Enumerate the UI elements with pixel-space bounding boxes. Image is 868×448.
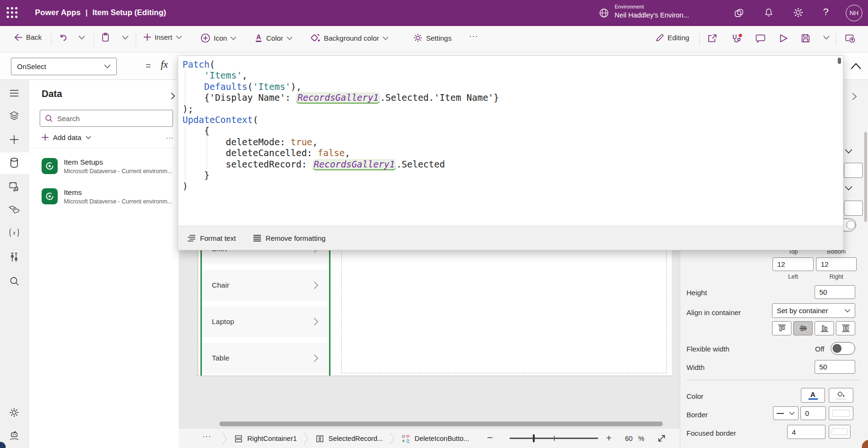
code-line[interactable]: selectedRecord: RecordsGallery1.Selected: [182, 159, 445, 170]
code-line[interactable]: 'Items',: [182, 70, 247, 81]
format-text-button[interactable]: Format text: [187, 234, 236, 242]
publish-button[interactable]: [844, 33, 856, 44]
save-menu-chevron[interactable]: [823, 35, 830, 40]
code-line[interactable]: }: [182, 170, 209, 181]
advanced-tools-icon[interactable]: [9, 252, 20, 263]
hidden-input[interactable]: [844, 201, 863, 216]
collapse-formula-bar-button[interactable]: [851, 63, 861, 70]
code-line[interactable]: deleteCancelled: false,: [182, 148, 350, 158]
app-name[interactable]: Power Apps: [35, 8, 81, 17]
datasource-row[interactable]: ItemsMicrosoft Dataverse - Current envir…: [29, 181, 179, 211]
align-in-container-dropdown[interactable]: Set by container: [772, 303, 855, 318]
media-icon[interactable]: [9, 181, 20, 192]
code-line[interactable]: Defaults('Items'),: [182, 81, 302, 92]
align-stretch-button[interactable]: [836, 321, 855, 335]
back-button[interactable]: Back: [14, 33, 42, 41]
power-automate-icon[interactable]: [9, 204, 20, 215]
flexible-width-toggle[interactable]: [831, 342, 855, 355]
search-icon[interactable]: [9, 275, 20, 287]
hidden-input[interactable]: [844, 163, 863, 178]
color-button[interactable]: A Color: [254, 33, 293, 43]
account-avatar[interactable]: NH: [846, 5, 862, 21]
insert-button[interactable]: Insert: [143, 33, 182, 41]
collapse-data-panel-button[interactable]: [171, 92, 175, 100]
paste-button[interactable]: [101, 33, 110, 42]
hidden-dropdown-chevron[interactable]: [845, 186, 852, 191]
gallery-item[interactable]: Laptop: [202, 306, 329, 337]
undo-button[interactable]: [59, 33, 68, 42]
border-color-button[interactable]: [829, 406, 853, 420]
settings-toolbar-button[interactable]: Settings: [413, 33, 451, 43]
share-button[interactable]: [707, 34, 717, 43]
horizontal-scrollbar[interactable]: [219, 422, 663, 426]
settings-gear-icon[interactable]: [9, 407, 20, 418]
editor-scrollbar[interactable]: [838, 58, 841, 64]
settings-button[interactable]: [793, 7, 804, 18]
code-line[interactable]: UpdateContext(: [182, 114, 258, 125]
breadcrumb-overflow-button[interactable]: ···: [202, 432, 211, 441]
formula-editor[interactable]: Patch( 'Items', Defaults('Items'), {'Dis…: [178, 55, 843, 250]
undo-menu-chevron[interactable]: [78, 35, 85, 40]
focused-border-color-swatch: [832, 428, 847, 436]
code-line[interactable]: );: [182, 104, 193, 114]
width-input[interactable]: [815, 360, 855, 374]
waffle-menu-button[interactable]: [7, 7, 17, 18]
breadcrumb-item[interactable]: DeleteIconButto...: [401, 434, 469, 443]
height-input[interactable]: [815, 285, 855, 299]
fill-color-button[interactable]: [829, 388, 853, 403]
gallery-item[interactable]: Table: [202, 343, 329, 374]
tree-view-icon[interactable]: [9, 88, 20, 99]
variables-icon[interactable]: x: [9, 227, 20, 238]
focused-border-width-input[interactable]: [787, 425, 825, 439]
data-search-box[interactable]: Search: [40, 110, 173, 127]
align-center-button[interactable]: [793, 321, 813, 335]
code-line[interactable]: {'Display Name': RecordsGallery1.Selecte…: [182, 92, 499, 103]
hidden-dropdown-chevron[interactable]: [845, 149, 852, 154]
zoom-slider-handle[interactable]: [533, 434, 535, 442]
padding-right-input[interactable]: [816, 257, 857, 271]
app-checker-button[interactable]: [731, 33, 743, 44]
align-top-button[interactable]: [772, 321, 791, 335]
help-button[interactable]: ?: [823, 6, 829, 18]
copilot-button[interactable]: [734, 8, 744, 18]
code-line[interactable]: Patch(: [182, 59, 215, 70]
code-line[interactable]: ): [182, 181, 188, 192]
background-color-button[interactable]: Background color: [310, 33, 389, 43]
paste-menu-chevron[interactable]: [122, 35, 129, 40]
icon-menu-button[interactable]: Icon: [200, 33, 236, 43]
breadcrumb-item[interactable]: RightContainer1: [234, 434, 297, 443]
editing-mode-button[interactable]: Editing: [655, 33, 689, 42]
breadcrumb-item[interactable]: SelectedRecord...: [315, 434, 383, 443]
virtual-agent-icon[interactable]: [9, 430, 20, 441]
border-width-input[interactable]: [800, 406, 826, 420]
records-gallery[interactable]: ShirtChairLaptopTable: [200, 233, 330, 376]
datasource-row[interactable]: Item SetupsMicrosoft Dataverse - Current…: [29, 151, 179, 181]
remove-formatting-button[interactable]: Remove formatting: [253, 234, 326, 242]
preview-button[interactable]: [779, 34, 788, 43]
property-selector[interactable]: OnSelect: [11, 58, 117, 75]
gallery-item[interactable]: Chair: [202, 270, 329, 301]
align-bottom-button[interactable]: [815, 321, 834, 335]
zoom-in-button[interactable]: +: [606, 433, 612, 444]
toolbar-overflow-button[interactable]: ···: [469, 32, 478, 41]
font-color-button[interactable]: A: [801, 388, 825, 403]
data-panel-overflow-button[interactable]: ...: [166, 132, 174, 141]
formula-code[interactable]: Patch( 'Items', Defaults('Items'), {'Dis…: [182, 59, 833, 221]
border-style-dropdown[interactable]: [773, 406, 799, 420]
panel-collapse-button[interactable]: [851, 92, 857, 101]
environment-switcher[interactable]: Environment Neil Haddley's Environ...: [615, 4, 689, 19]
panel-scrollbar[interactable]: [864, 132, 867, 222]
code-line[interactable]: {: [182, 125, 209, 136]
padding-left-input[interactable]: [773, 257, 814, 271]
screens-icon[interactable]: [9, 110, 20, 122]
comments-button[interactable]: [755, 34, 765, 43]
zoom-out-button[interactable]: −: [487, 432, 493, 443]
add-data-button[interactable]: Add data: [42, 133, 91, 141]
fit-to-window-button[interactable]: [657, 434, 666, 443]
focused-border-color-button[interactable]: [829, 425, 851, 439]
data-icon[interactable]: [9, 157, 20, 168]
notifications-button[interactable]: [764, 8, 774, 18]
save-button[interactable]: [801, 34, 810, 43]
code-line[interactable]: deleteMode: true,: [182, 137, 318, 148]
insert-plus-icon[interactable]: [9, 134, 20, 145]
